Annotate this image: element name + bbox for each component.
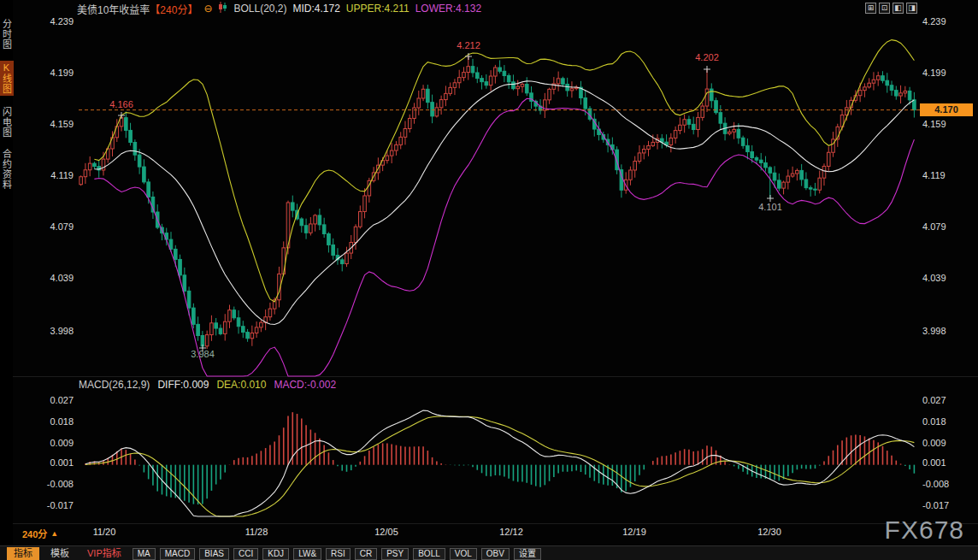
main-chart-canvas[interactable]: 4.2394.2394.1994.1994.1594.1594.1194.119… bbox=[0, 0, 978, 560]
period-label: 【240分】 bbox=[150, 4, 197, 16]
indicator-button-cci[interactable]: CCI bbox=[233, 548, 258, 560]
tab-templates[interactable]: 模板 bbox=[44, 547, 76, 560]
svg-text:4.119: 4.119 bbox=[922, 170, 946, 180]
svg-text:4.199: 4.199 bbox=[922, 68, 946, 78]
indicator-button-bias[interactable]: BIAS bbox=[199, 548, 229, 560]
svg-text:-0.017: -0.017 bbox=[47, 500, 74, 510]
sidebar-item-timeshare-chart[interactable]: 分时图 bbox=[0, 19, 14, 50]
svg-text:4.039: 4.039 bbox=[50, 273, 74, 283]
sidebar-item-kline-chart[interactable]: K线图 bbox=[0, 61, 14, 96]
chart-type-sidebar: 分时图K线图闪电图合约资料 bbox=[0, 0, 13, 545]
svg-text:11/20: 11/20 bbox=[93, 527, 116, 537]
svg-text:0.001: 0.001 bbox=[50, 457, 74, 468]
expand-up-icon: ▲ bbox=[50, 529, 58, 538]
indicator-button-rsi[interactable]: RSI bbox=[326, 548, 351, 560]
indicator-button-lw[interactable]: LW& bbox=[293, 548, 321, 560]
svg-text:4.199: 4.199 bbox=[50, 68, 74, 78]
boll-mid-value: MID:4.172 bbox=[293, 3, 340, 15]
timeframe-label: 240分 bbox=[22, 527, 47, 540]
current-price-tag: 4.170 bbox=[920, 103, 973, 116]
svg-text:-0.008: -0.008 bbox=[922, 479, 949, 489]
svg-text:0.001: 0.001 bbox=[922, 457, 946, 468]
svg-text:3.998: 3.998 bbox=[50, 326, 74, 336]
svg-text:4.159: 4.159 bbox=[50, 119, 74, 129]
indicator-button-cr[interactable]: CR bbox=[355, 548, 377, 560]
svg-text:4.079: 4.079 bbox=[922, 221, 946, 232]
macd-indicator-name: MACD(26,12,9) bbox=[79, 379, 150, 391]
svg-text:4.079: 4.079 bbox=[50, 221, 74, 232]
window-controls: ⊞⊡◧◨ bbox=[865, 3, 917, 14]
boll-upper-value: UPPER:4.211 bbox=[346, 3, 409, 15]
svg-text:4.212: 4.212 bbox=[457, 40, 480, 50]
svg-text:4.239: 4.239 bbox=[922, 16, 946, 27]
svg-text:-0.017: -0.017 bbox=[922, 500, 949, 510]
indicator-button-ma[interactable]: MA bbox=[133, 548, 156, 560]
indicator-button-vol[interactable]: VOL bbox=[450, 548, 477, 560]
indicator-toolbar: 指标模板VIP指标MAMACDBIASCCIKDJLW&RSICRPSYBOLL… bbox=[0, 545, 978, 560]
indicator-button-macd[interactable]: MACD bbox=[160, 548, 195, 560]
tab-indicators[interactable]: 指标 bbox=[7, 547, 39, 560]
svg-text:12/30: 12/30 bbox=[757, 527, 781, 537]
layout-grid-icon[interactable]: ⊞ bbox=[865, 3, 876, 14]
sidebar-item-contract-info[interactable]: 合约资料 bbox=[0, 149, 14, 190]
layout-right-icon[interactable]: ◨ bbox=[906, 3, 917, 14]
indicator-button-kdj[interactable]: KDJ bbox=[262, 548, 289, 560]
svg-text:4.119: 4.119 bbox=[50, 170, 74, 180]
chart-header: 美债10年收益率【240分】 ⊖ BOLL(20,2) MID:4.172 UP… bbox=[77, 3, 481, 15]
macd-header: MACD(26,12,9) DIFF:0.009 DEA:0.010 MACD:… bbox=[79, 379, 336, 391]
indicator-button-obv[interactable]: OBV bbox=[481, 548, 510, 560]
svg-text:4.159: 4.159 bbox=[922, 119, 946, 129]
svg-text:0.018: 0.018 bbox=[922, 416, 946, 427]
candlestick-icon bbox=[218, 2, 227, 15]
macd-diff-value: DIFF:0.009 bbox=[157, 379, 209, 391]
layout-single-icon[interactable]: ⊡ bbox=[879, 3, 890, 14]
svg-text:0.009: 0.009 bbox=[50, 438, 74, 448]
svg-text:-0.008: -0.008 bbox=[47, 479, 74, 489]
svg-text:12/19: 12/19 bbox=[622, 527, 646, 537]
svg-text:0.009: 0.009 bbox=[922, 438, 946, 448]
svg-text:4.239: 4.239 bbox=[50, 16, 74, 27]
page-title: 美债10年收益率【240分】 bbox=[77, 2, 197, 16]
indicator-button-psy[interactable]: PSY bbox=[381, 548, 409, 560]
layout-left-icon[interactable]: ◧ bbox=[893, 3, 904, 14]
svg-text:11/28: 11/28 bbox=[245, 527, 268, 537]
svg-text:4.202: 4.202 bbox=[695, 52, 719, 62]
sidebar-item-lightning-chart[interactable]: 闪电图 bbox=[0, 107, 14, 138]
app-window: 分时图K线图闪电图合约资料 美债10年收益率【240分】 ⊖ BOLL(20,2… bbox=[0, 0, 978, 560]
svg-text:0.018: 0.018 bbox=[50, 416, 74, 427]
svg-text:3.998: 3.998 bbox=[922, 326, 946, 336]
macd-bar-value: MACD:-0.002 bbox=[274, 379, 336, 391]
collapse-indicator-icon[interactable]: ⊖ bbox=[203, 3, 212, 15]
watermark-logo: FX678 bbox=[885, 516, 964, 545]
svg-text:4.101: 4.101 bbox=[758, 202, 782, 212]
settings-button[interactable]: 设置 bbox=[514, 548, 541, 560]
svg-text:12/12: 12/12 bbox=[499, 527, 523, 537]
timeframe-selector[interactable]: 240分 ▲ bbox=[22, 527, 58, 540]
indicator-button-boll[interactable]: BOLL bbox=[413, 548, 445, 560]
instrument-title: 美债10年收益率 bbox=[77, 4, 150, 16]
tab-vip-indicators[interactable]: VIP指标 bbox=[80, 547, 128, 560]
macd-dea-value: DEA:0.010 bbox=[216, 379, 266, 391]
svg-text:4.166: 4.166 bbox=[109, 99, 133, 109]
svg-text:0.027: 0.027 bbox=[922, 395, 946, 405]
svg-text:4.039: 4.039 bbox=[922, 273, 946, 283]
svg-text:12/05: 12/05 bbox=[374, 527, 398, 537]
svg-text:0.027: 0.027 bbox=[50, 395, 74, 405]
boll-indicator-name: BOLL(20,2) bbox=[233, 3, 286, 15]
boll-lower-value: LOWER:4.132 bbox=[415, 3, 481, 15]
